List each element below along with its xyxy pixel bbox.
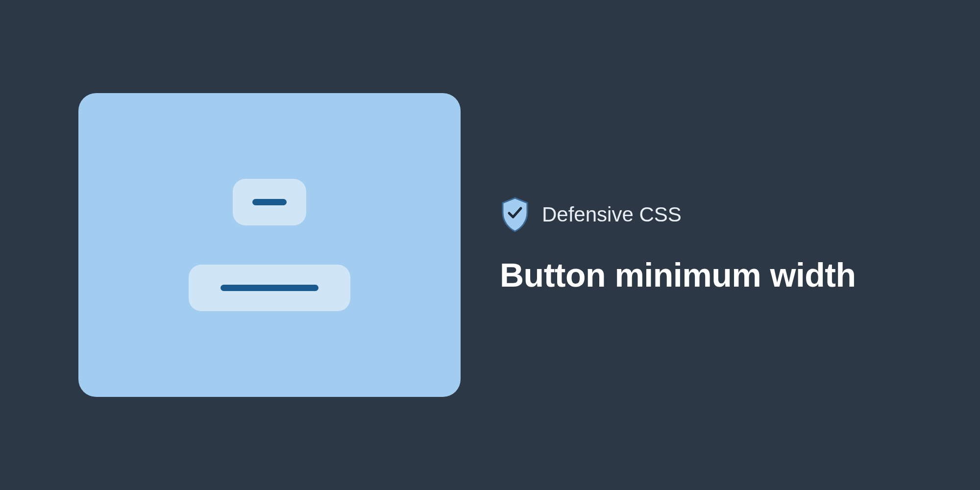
demo-button-small xyxy=(233,179,306,225)
button-bar-small xyxy=(252,199,287,205)
button-bar-large xyxy=(220,285,318,291)
brand-row: Defensive CSS xyxy=(500,197,902,232)
demo-button-large xyxy=(189,265,350,311)
brand-label: Defensive CSS xyxy=(542,203,682,226)
page-title: Button minimum width xyxy=(500,257,902,294)
shield-check-icon xyxy=(500,197,530,232)
illustration-card xyxy=(78,93,461,397)
text-content: Defensive CSS Button minimum width xyxy=(500,197,902,294)
